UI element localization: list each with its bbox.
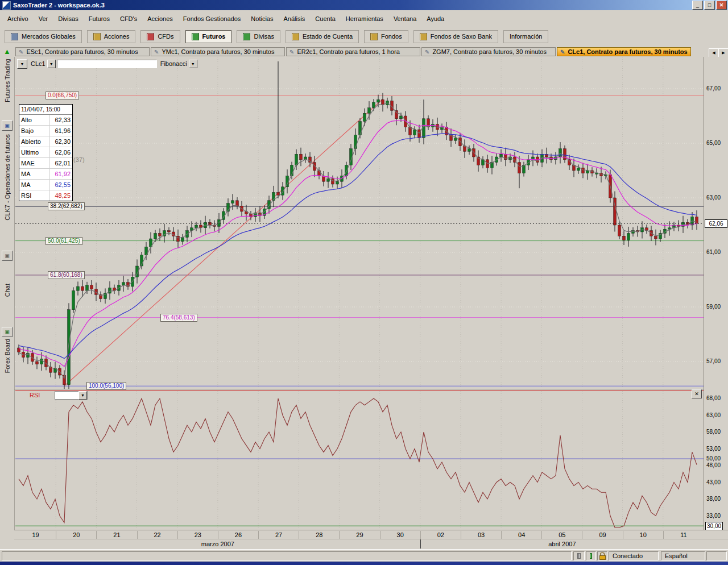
candle-body <box>518 163 521 173</box>
x-axis-day-label: 30 <box>380 531 420 539</box>
chat-icon[interactable]: ▣ <box>2 251 13 261</box>
futures-icon <box>192 33 199 40</box>
x-axis-month-label: marzo 2007 <box>15 539 420 549</box>
module-icon[interactable]: ▣ <box>2 121 13 131</box>
x-axis-day-label: 23 <box>177 531 218 539</box>
data-window-row-value: 48,25 <box>50 190 72 201</box>
toolbar-button-label: Información <box>510 33 542 40</box>
menu-item-fondos-gestionados[interactable]: Fondos Gestionados <box>178 14 246 24</box>
data-window-row-value: 62,55 <box>50 180 72 190</box>
candle-body <box>159 233 162 236</box>
pen-icon: ✎ <box>154 49 159 55</box>
chart-tab-er2c1[interactable]: ✎ER2c1, Contrato para futuros, 1 hora <box>286 47 420 56</box>
rail-up-arrow-icon[interactable]: ▲ <box>3 48 11 55</box>
chart-tab-label: YMc1, Contrato para futuros, 30 minutos <box>162 48 274 55</box>
x-axis-day-label: 28 <box>299 531 339 539</box>
title-bar: SaxoTrader 2 - workspace.ok.3 _ □ ✕ <box>0 0 728 10</box>
data-window-timestamp: 11/04/07, 15:00 <box>19 105 72 115</box>
data-window-row-label: Ultimo <box>19 147 50 157</box>
toolbar-button-fondos[interactable]: Fondos <box>364 30 408 43</box>
board-icon[interactable]: ▣ <box>2 327 13 337</box>
status-end-panel <box>706 551 727 560</box>
minimize-button[interactable]: _ <box>692 1 703 10</box>
menu-item-archivo[interactable]: Archivo <box>2 14 34 24</box>
menu-item-ver[interactable]: Ver <box>34 14 53 24</box>
candle-body <box>577 168 580 171</box>
toolbar-button-label: Fondos <box>381 33 402 40</box>
data-window: 11/04/07, 15:00 Alto62,33Bajo61,96Abiert… <box>19 104 73 201</box>
menu-item-cfd-s[interactable]: CFD's <box>115 14 142 24</box>
menu-item-herramientas[interactable]: Herramientas <box>341 14 388 24</box>
x-axis-day-label: 19 <box>15 531 56 539</box>
x-axis-day-label: 20 <box>56 531 96 539</box>
toolbar-button-estado-de-cuenta[interactable]: Estado de Cuenta <box>286 30 359 43</box>
toolbar-button-label: Acciones <box>104 33 130 40</box>
study-combo[interactable]: Fibonacci ▼ <box>158 60 197 68</box>
candle-body <box>423 119 425 138</box>
data-window-row-value: 62,33 <box>50 115 72 125</box>
candle-body <box>90 285 93 289</box>
toolbar-button-label: Divisas <box>254 33 274 40</box>
toolbar-button-mercados-globales[interactable]: Mercados Globales <box>5 30 82 43</box>
menu-item-noticias[interactable]: Noticias <box>246 14 278 24</box>
chart-tab-ymc1[interactable]: ✎YMc1, Contrato para futuros, 30 minutos <box>151 47 285 56</box>
data-window-row: RSI48,25 <box>19 190 72 201</box>
menu-item-an-lisis[interactable]: Análisis <box>278 14 310 24</box>
toolbar-button-label: Fondos de Saxo Bank <box>431 33 492 40</box>
chart-tab-zgm7[interactable]: ✎ZGM7, Contrato para futuros, 30 minutos <box>421 47 556 56</box>
tab-scroll-left-button[interactable]: ◀ <box>709 48 719 57</box>
rsi-axis-label: 68,00 <box>706 394 721 402</box>
chart-tab-clc1[interactable]: ✎CLc1, Contrato para futuros, 30 minutos <box>557 47 691 56</box>
price-axis-label: 63,00 <box>706 194 721 201</box>
candle-body <box>655 236 657 239</box>
menu-item-acciones[interactable]: Acciones <box>142 14 178 24</box>
chart-tab-label: ESc1, Contrato para futuros, 30 minutos <box>26 48 138 55</box>
toolbar-button-divisas[interactable]: Divisas <box>237 30 280 43</box>
account-icon <box>292 33 299 40</box>
price-axis-label: 65,00 <box>706 139 721 147</box>
menu-item-divisas[interactable]: Divisas <box>53 14 83 24</box>
main-toolbar: Mercados GlobalesAccionesCFDsFuturosDivi… <box>0 27 728 45</box>
chart-tab-esc1[interactable]: ✎ESc1, Contrato para futuros, 30 minutos <box>15 47 150 56</box>
rsi-chart-canvas[interactable] <box>15 391 704 529</box>
symbol-search-input[interactable] <box>57 60 157 68</box>
menu-item-ventana[interactable]: Ventana <box>388 14 421 24</box>
price-axis-label: 57,00 <box>706 358 721 365</box>
tab-scroll-right-button[interactable]: ▶ <box>718 48 728 57</box>
x-axis-day-label: 10 <box>623 531 663 539</box>
x-axis-month-label: abril 2007 <box>420 539 704 549</box>
menu-item-ayuda[interactable]: Ayuda <box>421 14 449 24</box>
fib-label-76-4: 76.4(58,613) <box>160 314 197 322</box>
rail-item-futures-trading[interactable]: Futures Trading <box>4 59 11 102</box>
data-window-rows: Alto62,33Bajo61,96Abierto62,30Ultimo62,0… <box>19 115 72 201</box>
toolbar-button-cfds[interactable]: CFDs <box>140 30 180 43</box>
rsi-close-button[interactable]: ✕ <box>692 389 702 398</box>
toolbar-button-acciones[interactable]: Acciones <box>87 30 136 43</box>
x-axis-day-label: 04 <box>501 531 541 539</box>
symbol-combo[interactable]: CLc1 ▼ <box>28 60 56 68</box>
pen-icon: ✎ <box>560 49 565 55</box>
price-axis-label: 61,00 <box>706 248 721 256</box>
menu-item-cuenta[interactable]: Cuenta <box>310 14 340 24</box>
candle-body <box>18 348 20 352</box>
menu-item-futuros[interactable]: Futuros <box>84 14 115 24</box>
toolbar-button-informaci-n[interactable]: Información <box>503 30 548 43</box>
rail-item-clk7-operaciones-de-futuros[interactable]: CLK7 - Operaciones de futuros <box>4 134 11 221</box>
chart-tab-label: CLc1, Contrato para futuros, 30 minutos <box>568 48 687 55</box>
network-icon <box>586 551 596 560</box>
chart-menu-button[interactable]: ▼ <box>17 59 27 69</box>
maximize-button[interactable]: □ <box>704 1 715 10</box>
rail-item-forex-board[interactable]: Forex Board <box>4 339 11 373</box>
price-chart-canvas[interactable] <box>15 57 704 389</box>
pen-icon: ✎ <box>425 49 429 55</box>
toolbar-button-futuros[interactable]: Futuros <box>185 30 232 43</box>
rsi-axis-label: 43,00 <box>706 479 721 486</box>
mae-period-label: (37) <box>73 156 85 163</box>
data-window-row: MAE62,01 <box>19 158 72 169</box>
rsi-study-combo[interactable]: ▼ <box>55 391 88 400</box>
x-axis-day-label: 29 <box>339 531 379 539</box>
close-button[interactable]: ✕ <box>716 1 727 10</box>
toolbar-button-fondos-de-saxo-bank[interactable]: Fondos de Saxo Bank <box>413 30 498 43</box>
rail-item-chat[interactable]: Chat <box>4 284 11 297</box>
candle-body <box>327 178 330 181</box>
